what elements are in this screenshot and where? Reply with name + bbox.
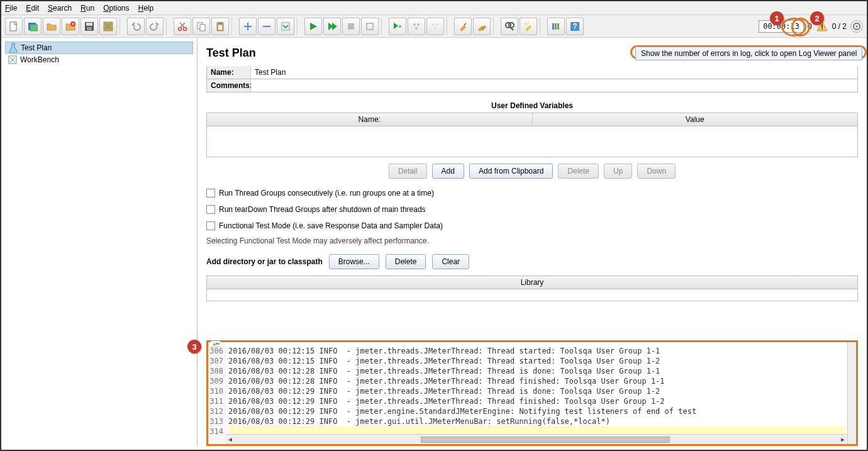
- svg-point-23: [436, 23, 438, 26]
- svg-text:!: !: [821, 23, 823, 31]
- add-clipboard-button[interactable]: Add from Clipboard: [469, 164, 553, 179]
- stop-button[interactable]: [342, 18, 360, 35]
- scroll-right-icon[interactable]: ►: [838, 436, 847, 443]
- svg-point-24: [434, 27, 437, 30]
- tree-label: Test Plan: [21, 43, 52, 52]
- toolbar: ? 00:00:13 0 ! 0 / 2: [1, 15, 867, 38]
- vars-col-name[interactable]: Name:: [207, 113, 533, 126]
- svg-point-36: [856, 25, 858, 27]
- scroll-left-icon[interactable]: ◄: [226, 436, 235, 443]
- start-button[interactable]: [304, 18, 322, 35]
- vars-body[interactable]: [207, 126, 857, 157]
- paste-button[interactable]: [211, 18, 229, 35]
- save-as-button[interactable]: [99, 18, 117, 35]
- up-button[interactable]: Up: [604, 164, 632, 179]
- svg-rect-29: [552, 23, 554, 30]
- menu-help[interactable]: Help: [138, 4, 154, 13]
- svg-rect-11: [200, 25, 205, 31]
- name-input[interactable]: [251, 66, 857, 79]
- menu-file[interactable]: File: [5, 4, 17, 13]
- cut-button[interactable]: [174, 18, 191, 35]
- new-button[interactable]: [5, 18, 23, 35]
- close-button[interactable]: [62, 18, 79, 35]
- tree-label: WorkBench: [20, 55, 59, 64]
- callout-3: 3: [187, 340, 201, 354]
- settings-icon[interactable]: [850, 20, 863, 33]
- svg-rect-14: [218, 25, 222, 30]
- down-button[interactable]: Down: [637, 164, 676, 179]
- reset-search-button[interactable]: [520, 18, 537, 35]
- detail-button[interactable]: Detail: [389, 164, 427, 179]
- svg-point-22: [432, 23, 435, 26]
- expand-button[interactable]: [239, 18, 257, 35]
- menu-search[interactable]: Search: [48, 4, 72, 13]
- menu-options[interactable]: Options: [103, 4, 129, 13]
- remote-stop-button[interactable]: [426, 18, 444, 35]
- log-tooltip: Show the number of errors in log, click …: [635, 47, 862, 60]
- delete-button[interactable]: Delete: [558, 164, 599, 179]
- library-body[interactable]: [207, 289, 857, 301]
- drag-handle-icon[interactable]: ▴▾▪: [211, 341, 220, 347]
- help-button[interactable]: ?: [566, 18, 584, 35]
- library-header[interactable]: Library: [207, 276, 857, 289]
- vars-col-value[interactable]: Value: [533, 113, 858, 126]
- vars-table: Name: Value: [206, 113, 858, 157]
- start-no-pause-button[interactable]: [323, 18, 341, 35]
- remote-start-button[interactable]: [389, 18, 406, 35]
- scroll-thumb[interactable]: [421, 437, 669, 443]
- svg-rect-15: [282, 23, 289, 30]
- add-button[interactable]: Add: [432, 164, 464, 179]
- shutdown-button[interactable]: [361, 18, 379, 35]
- remote-start-all-button[interactable]: [408, 18, 425, 35]
- svg-rect-6: [87, 27, 92, 30]
- log-body[interactable]: 2016/08/03 00:12:15 INFO - jmeter.thread…: [226, 342, 847, 444]
- svg-point-18: [399, 25, 401, 28]
- templates-button[interactable]: [24, 18, 42, 35]
- undo-button[interactable]: [127, 18, 145, 35]
- browse-button[interactable]: Browse...: [329, 254, 379, 269]
- functional-note: Selecting Functional Test Mode may adver…: [206, 237, 858, 245]
- svg-rect-31: [557, 23, 559, 30]
- clear-button[interactable]: [454, 18, 472, 35]
- classpath-label: Add directory or jar to classpath: [206, 257, 323, 266]
- chk-consecutive[interactable]: [206, 189, 215, 198]
- library-table: Library: [206, 276, 858, 301]
- chk-functional[interactable]: [206, 221, 215, 230]
- search-button[interactable]: [501, 18, 518, 35]
- menu-run[interactable]: Run: [81, 4, 94, 13]
- svg-rect-16: [348, 23, 354, 30]
- scrollbar-vertical[interactable]: [847, 342, 856, 444]
- log-viewer: ▴▾▪ 306 307 308 309 310 311 312 313 314 …: [206, 340, 858, 446]
- chk-label: Run tearDown Thread Groups after shutdow…: [219, 205, 426, 214]
- tree-panel: Test Plan WorkBench: [1, 38, 198, 446]
- svg-point-21: [415, 27, 418, 30]
- scrollbar-horizontal[interactable]: ◄ ►: [226, 434, 847, 444]
- tree-test-plan[interactable]: Test Plan: [5, 42, 193, 54]
- svg-point-28: [528, 22, 529, 23]
- svg-rect-13: [218, 22, 222, 24]
- chk-label: Run Thread Groups consecutively (i.e. ru…: [219, 189, 434, 198]
- redo-button[interactable]: [146, 18, 164, 35]
- open-button[interactable]: [43, 18, 60, 35]
- clear-button[interactable]: Clear: [432, 254, 469, 269]
- comments-input[interactable]: [251, 79, 857, 92]
- clear-all-button[interactable]: [473, 18, 491, 35]
- menubar: File Edit Search Run Options Help: [1, 1, 867, 15]
- warn-count: 0: [808, 22, 812, 31]
- chk-label: Functional Test Mode (i.e. save Response…: [219, 221, 443, 230]
- thread-count: 0 / 2: [832, 22, 847, 31]
- cp-delete-button[interactable]: Delete: [386, 254, 426, 269]
- svg-rect-30: [555, 23, 557, 30]
- menu-edit[interactable]: Edit: [26, 4, 39, 13]
- copy-button[interactable]: [192, 18, 210, 35]
- toggle-button[interactable]: [277, 18, 294, 35]
- collapse-button[interactable]: [258, 18, 275, 35]
- tree-workbench[interactable]: WorkBench: [5, 54, 193, 65]
- svg-rect-0: [10, 22, 16, 31]
- save-button[interactable]: [81, 18, 98, 35]
- function-helper-button[interactable]: [547, 18, 565, 35]
- svg-text:?: ?: [572, 22, 577, 31]
- svg-point-27: [525, 23, 527, 25]
- svg-rect-2: [30, 25, 38, 31]
- chk-teardown[interactable]: [206, 205, 215, 214]
